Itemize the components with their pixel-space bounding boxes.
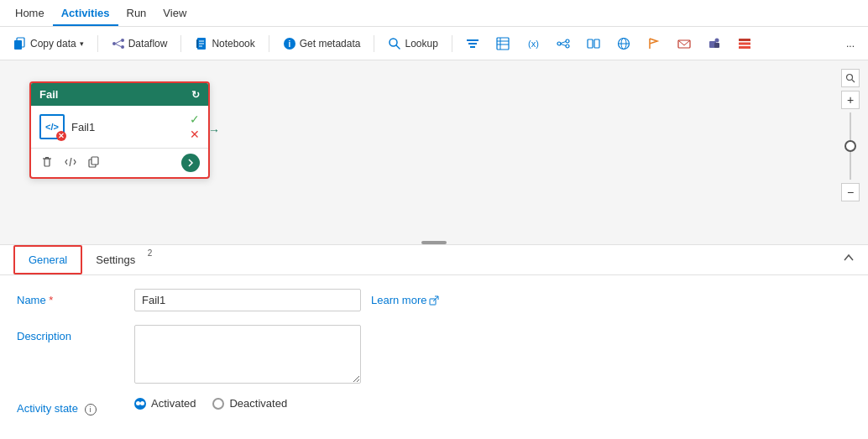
code-editor-icon <box>65 156 76 168</box>
svg-line-28 <box>561 44 566 45</box>
zoom-slider[interactable] <box>850 112 851 180</box>
panel-tabs: General Settings 2 <box>0 245 868 275</box>
svg-rect-19 <box>497 38 509 50</box>
notebook-label: Notebook <box>212 38 254 50</box>
dataflow-button[interactable]: Dataflow <box>105 34 175 54</box>
filter-icon <box>466 37 479 50</box>
svg-text:i: i <box>288 39 290 49</box>
svg-line-5 <box>116 40 121 43</box>
tab-settings-label: Settings <box>96 253 135 266</box>
svg-point-24 <box>557 42 561 45</box>
top-navigation: Home Activities Run View <box>0 0 868 27</box>
flag-icon-button[interactable] <box>641 34 667 54</box>
description-label: Description <box>17 325 134 342</box>
split-icon-button[interactable] <box>580 34 607 54</box>
activity-card: Fail ↻ </> ✕ Fail1 ✓ ✕ <box>29 81 210 179</box>
copy-data-dropdown-icon: ▾ <box>80 39 84 48</box>
separator-3 <box>269 35 269 52</box>
radio-activated[interactable]: Activated <box>134 397 196 410</box>
svg-rect-0 <box>14 40 22 50</box>
radio-deactivated-dot <box>212 398 224 410</box>
card-title: Fail <box>39 88 58 101</box>
copy-data-label: Copy data <box>30 38 76 50</box>
filter-icon-button[interactable] <box>459 34 486 54</box>
canvas-resize-divider[interactable] <box>421 241 447 244</box>
form-row-description: Description <box>17 325 851 384</box>
card-side-arrow: → <box>208 123 220 137</box>
success-icon[interactable]: ✓ <box>190 112 200 126</box>
variable-icon: (x) <box>526 37 540 50</box>
pipeline-icon-button[interactable] <box>550 34 577 54</box>
chevron-up-icon <box>843 252 855 264</box>
card-footer <box>31 149 208 177</box>
svg-rect-8 <box>196 39 198 48</box>
svg-point-2 <box>112 42 116 45</box>
tab-general[interactable]: General <box>13 245 82 274</box>
go-button[interactable] <box>181 154 200 172</box>
radio-group: Activated Deactivated <box>134 397 287 410</box>
tab-settings[interactable]: Settings 2 <box>82 247 149 273</box>
svg-line-27 <box>561 41 566 43</box>
teams-icon-button[interactable] <box>701 34 728 54</box>
svg-rect-47 <box>92 157 98 165</box>
split-icon <box>587 37 600 50</box>
zoom-in-button[interactable]: + <box>841 91 860 109</box>
more-button[interactable]: ... <box>839 34 861 53</box>
stack-icon <box>738 37 751 50</box>
svg-text:(x): (x) <box>528 39 539 49</box>
teams-icon <box>708 37 721 50</box>
copy-data-button[interactable]: Copy data ▾ <box>7 34 91 54</box>
globe-icon-button[interactable] <box>610 34 637 54</box>
nav-view[interactable]: View <box>154 0 195 26</box>
lookup-button[interactable]: Lookup <box>381 34 444 54</box>
radio-activated-label: Activated <box>151 397 196 410</box>
fail-icon[interactable]: ✕ <box>190 128 200 141</box>
stack-icon-button[interactable] <box>731 34 758 54</box>
svg-rect-16 <box>467 39 478 41</box>
card-header: Fail ↻ <box>31 83 208 106</box>
name-content: Learn more <box>134 289 851 311</box>
activity-state-info-icon[interactable]: i <box>85 404 97 415</box>
code-button[interactable] <box>63 154 78 172</box>
tab-general-label: General <box>29 253 67 266</box>
svg-line-45 <box>70 158 71 166</box>
table-icon-button[interactable] <box>489 34 516 54</box>
separator-4 <box>374 35 374 52</box>
separator-5 <box>452 35 452 52</box>
table-icon <box>496 37 510 50</box>
description-input[interactable] <box>134 325 361 384</box>
globe-icon <box>617 37 630 50</box>
card-header-actions: ↻ <box>191 89 200 101</box>
get-metadata-button[interactable]: i Get metadata <box>276 34 368 54</box>
pipeline-icon <box>557 37 570 50</box>
nav-activities[interactable]: Activities <box>53 0 118 26</box>
zoom-out-button[interactable]: − <box>841 183 860 201</box>
learn-more-link[interactable]: Learn more <box>371 294 439 306</box>
copy-data-icon <box>13 37 27 50</box>
zoom-search-button[interactable] <box>841 69 860 87</box>
email-icon-button[interactable] <box>671 34 698 54</box>
refresh-icon[interactable]: ↻ <box>191 89 200 101</box>
separator-1 <box>97 35 98 52</box>
panel-collapse-button[interactable] <box>843 252 855 266</box>
zoom-thumb[interactable] <box>844 140 856 152</box>
variable-icon-button[interactable]: (x) <box>520 34 546 54</box>
svg-line-6 <box>116 44 121 46</box>
copy-button[interactable] <box>86 154 102 172</box>
learn-more-label: Learn more <box>371 294 426 306</box>
form-row-name: Name Learn more <box>17 289 851 311</box>
radio-deactivated[interactable]: Deactivated <box>212 397 287 410</box>
copy-icon <box>88 156 100 168</box>
nav-home[interactable]: Home <box>7 0 53 26</box>
nav-run[interactable]: Run <box>118 0 155 26</box>
get-metadata-label: Get metadata <box>300 38 361 50</box>
bottom-panel: General Settings 2 Name Learn more <box>0 245 868 439</box>
svg-rect-41 <box>44 159 50 166</box>
notebook-button[interactable]: Notebook <box>188 34 261 54</box>
description-content <box>134 325 851 384</box>
dataflow-label: Dataflow <box>128 38 168 50</box>
svg-point-36 <box>714 38 719 42</box>
name-input[interactable] <box>134 289 361 311</box>
delete-button[interactable] <box>39 154 55 172</box>
search-icon <box>845 73 855 83</box>
